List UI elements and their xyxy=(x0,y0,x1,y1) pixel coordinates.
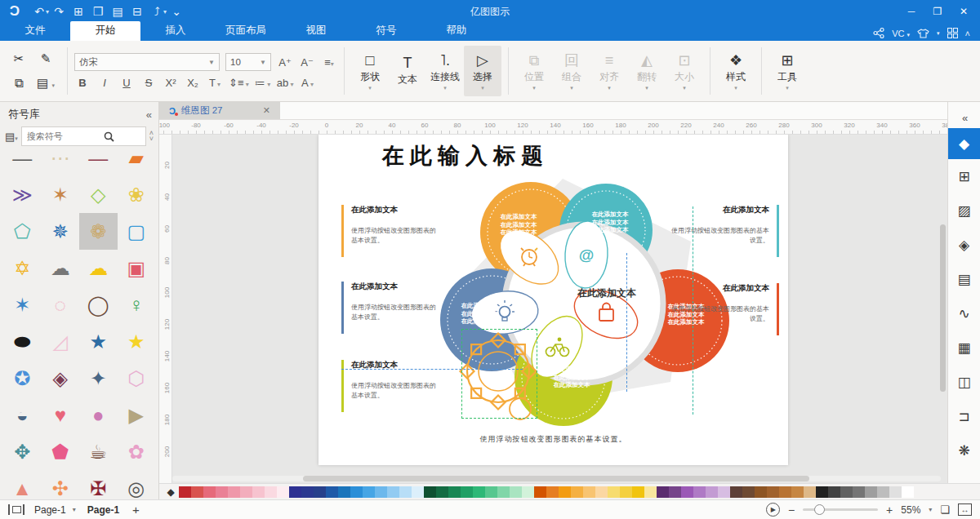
color-swatch[interactable] xyxy=(693,486,706,498)
mindmap-icon[interactable]: ❋ xyxy=(948,433,980,468)
fill-bucket-icon[interactable]: ◆ xyxy=(163,486,179,498)
color-swatch[interactable] xyxy=(608,486,620,498)
page-selector[interactable]: Page-1 xyxy=(34,504,66,516)
new-file-icon[interactable]: ⊞ xyxy=(69,2,88,20)
color-swatch[interactable] xyxy=(657,486,669,498)
color-swatch[interactable] xyxy=(216,486,228,498)
superscript-icon[interactable]: X² xyxy=(163,77,179,89)
color-swatch[interactable] xyxy=(191,486,203,498)
page-tab[interactable]: Page-1 xyxy=(87,504,119,516)
library-symbol-21[interactable]: ◿ xyxy=(42,323,80,360)
color-swatch[interactable] xyxy=(804,486,816,498)
increase-font-icon[interactable]: A⁺ xyxy=(277,56,293,69)
bullet-list-icon[interactable]: ≔ ▾ xyxy=(255,77,271,89)
library-symbol-9[interactable]: ✵ xyxy=(42,213,80,250)
color-swatch[interactable] xyxy=(595,486,608,498)
petal-text-line[interactable]: 在此添加文本 xyxy=(553,381,591,388)
color-swatch[interactable] xyxy=(816,486,828,498)
align-text-icon[interactable]: ≡▾ xyxy=(321,56,337,69)
print-icon[interactable]: ⊟ xyxy=(127,2,147,20)
color-swatch[interactable] xyxy=(559,486,571,498)
library-symbol-12[interactable]: ✡ xyxy=(3,250,42,286)
library-symbol-34[interactable]: ☕ xyxy=(79,433,118,470)
color-swatch[interactable] xyxy=(755,486,767,498)
save-icon[interactable]: ▤ xyxy=(108,2,127,20)
library-symbol-4[interactable]: ≫ xyxy=(3,176,42,213)
color-swatch[interactable] xyxy=(399,486,412,498)
color-swatch[interactable] xyxy=(877,486,889,498)
menu-tab-开始[interactable]: 开始 xyxy=(70,21,140,41)
color-swatch[interactable] xyxy=(571,486,583,498)
menu-tab-页面布局[interactable]: 页面布局 xyxy=(211,21,281,41)
color-swatch[interactable] xyxy=(326,486,338,498)
color-swatch[interactable] xyxy=(706,486,718,498)
color-swatch[interactable] xyxy=(718,486,730,498)
toolbtn-文本[interactable]: T文本 xyxy=(389,46,426,96)
color-swatch[interactable] xyxy=(644,486,657,498)
document-tab[interactable]: Ɔ 维恩图 27 ✕ xyxy=(159,102,280,119)
color-swatch[interactable] xyxy=(228,486,240,498)
color-swatch[interactable] xyxy=(669,486,681,498)
color-swatch[interactable] xyxy=(179,486,191,498)
library-symbol-11[interactable]: ▢ xyxy=(118,213,156,250)
toolbtn-连接线[interactable]: ˥.连接线▾ xyxy=(426,46,464,96)
petal-text-line[interactable]: 在此添加文本 xyxy=(553,366,591,373)
color-swatch[interactable] xyxy=(791,486,804,498)
annotation-block-1[interactable]: 在此添加文本使用浮动按钮改变图形图表的基本设置。 xyxy=(341,282,439,334)
library-symbol-31[interactable]: ▶ xyxy=(118,397,156,433)
library-symbol-24[interactable]: ✪ xyxy=(3,360,42,397)
add-page-button[interactable]: + xyxy=(132,503,140,517)
color-swatch[interactable] xyxy=(534,486,546,498)
color-swatch[interactable] xyxy=(363,486,375,498)
paste-icon[interactable]: ▤ ▾ xyxy=(37,76,55,91)
zoom-caret-icon[interactable]: ▾ xyxy=(929,506,932,513)
library-symbol-32[interactable]: ✥ xyxy=(3,433,42,470)
color-swatch[interactable] xyxy=(375,486,387,498)
font-color-icon[interactable]: A ▾ xyxy=(299,77,315,89)
annotation-block-2[interactable]: 在此添加文本使用浮动按钮改变图形图表的基本设置。 xyxy=(341,360,439,412)
underline-icon[interactable]: U xyxy=(118,77,135,89)
close-tab-icon[interactable]: ✕ xyxy=(263,105,270,116)
library-symbol-39[interactable]: ◎ xyxy=(118,470,156,499)
library-symbol-26[interactable]: ✦ xyxy=(79,360,118,397)
theme-shirt-icon[interactable] xyxy=(917,29,929,38)
table-icon[interactable]: ▦ xyxy=(948,330,980,365)
close-button[interactable]: ✕ xyxy=(952,6,975,17)
presentation-play-icon[interactable]: ▶ xyxy=(766,503,780,517)
restore-button[interactable]: ❐ xyxy=(926,6,949,17)
center-label[interactable]: 在此添加文本 xyxy=(577,287,636,299)
library-symbol-27[interactable]: ⬡ xyxy=(118,360,156,397)
library-symbol-29[interactable]: ♥ xyxy=(42,397,80,433)
zoom-slider[interactable] xyxy=(803,508,878,511)
petal-text-line[interactable]: 在此添加文本 xyxy=(461,317,499,325)
line-spacing-icon[interactable]: ⇕≡ ▾ xyxy=(229,77,249,89)
color-swatch[interactable] xyxy=(265,486,277,498)
font-family-select[interactable]: 仿宋▼ xyxy=(74,53,220,71)
subscript-icon[interactable]: X₂ xyxy=(185,77,201,89)
char-spacing-icon[interactable]: ab ▾ xyxy=(277,77,294,89)
library-symbol-14[interactable]: ☁ xyxy=(79,250,118,286)
color-swatch[interactable] xyxy=(203,486,216,498)
library-symbol-25[interactable]: ◈ xyxy=(42,360,80,397)
library-symbol-13[interactable]: ☁ xyxy=(42,250,80,286)
collapse-library-icon[interactable]: « xyxy=(146,109,150,121)
image-icon[interactable]: ▨ xyxy=(948,193,980,228)
color-swatch[interactable] xyxy=(277,486,289,498)
font-size-select[interactable]: 10▼ xyxy=(225,53,271,71)
color-swatch[interactable] xyxy=(730,486,742,498)
color-swatch[interactable] xyxy=(412,486,424,498)
collapse-ribbon-icon[interactable]: ˄ xyxy=(965,29,970,38)
customize-quickbar-icon[interactable]: ⌄ xyxy=(167,2,186,20)
diagram-title-text[interactable]: 在此输入标题 xyxy=(382,141,549,171)
color-swatch[interactable] xyxy=(289,486,301,498)
page-view-icon[interactable] xyxy=(8,504,24,515)
library-symbol-38[interactable]: ✠ xyxy=(79,470,118,499)
theme-caret-icon[interactable]: ▾ xyxy=(937,30,940,37)
petal-text-line[interactable]: 在此添加文本 xyxy=(500,221,538,228)
library-symbol-3[interactable]: ▰ xyxy=(118,140,156,176)
logo-icon[interactable]: Ɔ xyxy=(5,2,24,20)
library-symbol-10[interactable]: ❁ xyxy=(79,213,118,250)
library-symbol-19[interactable]: ♀ xyxy=(118,286,156,323)
library-symbol-0[interactable]: — xyxy=(3,140,42,176)
color-swatch[interactable] xyxy=(424,486,436,498)
